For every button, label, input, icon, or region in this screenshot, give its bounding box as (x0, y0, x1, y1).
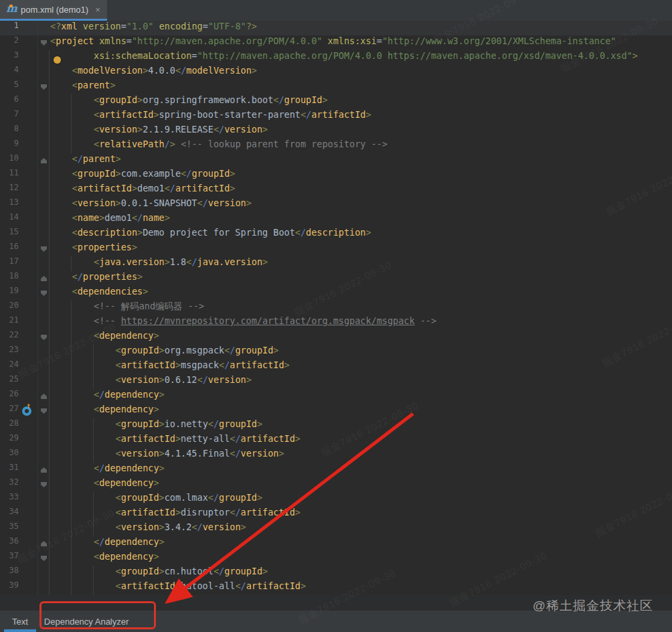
editor-tab-bar: m pom.xml (demo1) × (0, 0, 672, 21)
code-line[interactable]: 35 <version>3.4.2</version> (0, 522, 672, 536)
editor[interactable]: 1<?xml version="1.0" encoding="UTF-8"?>2… (0, 21, 672, 595)
code-line[interactable]: 1<?xml version="1.0" encoding="UTF-8"?> (0, 21, 672, 35)
code-line[interactable]: 17 <java.version>1.8</java.version> (0, 256, 672, 271)
fold-collapse-icon[interactable] (37, 286, 50, 301)
code-line[interactable]: 5 <parent> (0, 80, 672, 94)
code-line[interactable]: 3 xsi:schemaLocation="http://maven.apach… (0, 50, 672, 65)
line-number: 12 (0, 183, 19, 198)
code-text: <!-- https://mvnrepository.com/artifact/… (50, 315, 436, 330)
line-number: 29 (0, 433, 19, 448)
fold-collapse-icon[interactable] (37, 330, 50, 345)
code-text: <artifactId>netty-all</artifactId> (50, 433, 301, 448)
fold-expand-icon[interactable] (37, 463, 50, 477)
fold-expand-icon[interactable] (37, 536, 50, 551)
close-icon[interactable]: × (95, 5, 100, 15)
gutter-icon-space (19, 139, 37, 153)
code-line[interactable]: 18 </properties> (0, 271, 672, 286)
code-line[interactable]: 33 <groupId>com.lmax</groupId> (0, 492, 672, 507)
code-line[interactable]: 7 <artifactId>spring-boot-starter-parent… (0, 109, 672, 124)
line-number: 33 (0, 492, 19, 507)
code-line[interactable]: 16 <properties> (0, 242, 672, 256)
line-number: 23 (0, 345, 19, 360)
code-line[interactable]: 19 <dependencies> (0, 286, 672, 301)
gutter-fold-space (37, 198, 50, 212)
fold-collapse-icon[interactable] (37, 404, 50, 418)
bottom-tab-dependency-analyzer[interactable]: Dependency Analyzer (36, 611, 137, 632)
code-line[interactable]: 15 <description>Demo project for Spring … (0, 227, 672, 242)
line-number: 26 (0, 389, 19, 404)
gutter-icon-space (19, 212, 37, 227)
gutter-icon-space (19, 580, 37, 595)
gutter-icon-space (19, 256, 37, 271)
gutter-icon-space (19, 21, 37, 35)
fold-collapse-icon[interactable] (37, 551, 50, 566)
code-line[interactable]: 27↑ <dependency> (0, 404, 672, 418)
code-line[interactable]: 32 <dependency> (0, 477, 672, 492)
code-line[interactable]: 26 </dependency> (0, 389, 672, 404)
gutter-icon-space (19, 50, 37, 65)
line-number: 38 (0, 566, 19, 580)
intention-bulb-icon[interactable] (54, 56, 61, 64)
code-line[interactable]: 29 <artifactId>netty-all</artifactId> (0, 433, 672, 448)
code-text: </properties> (50, 271, 143, 286)
code-text: </dependency> (50, 389, 165, 404)
gutter-icon-space (19, 566, 37, 580)
code-line[interactable]: 14 <name>demo1</name> (0, 212, 672, 227)
gutter-icon-space (19, 242, 37, 256)
code-line[interactable]: 25 <version>0.6.12</version> (0, 374, 672, 389)
code-line[interactable]: 11 <groupId>com.example</groupId> (0, 168, 672, 183)
code-line[interactable]: 24 <artifactId>msgpack</artifactId> (0, 360, 672, 374)
code-line[interactable]: 30 <version>4.1.45.Final</version> (0, 448, 672, 463)
gutter-icon-space (19, 315, 37, 330)
gutter-fold-space (37, 65, 50, 80)
code-line[interactable]: 36 </dependency> (0, 536, 672, 551)
code-text: <project xmlns="http://maven.apache.org/… (50, 35, 616, 50)
indent-guide (93, 345, 94, 389)
code-line[interactable]: 10 </parent> (0, 153, 672, 168)
code-line[interactable]: 38 <groupId>cn.hutool</groupId> (0, 566, 672, 580)
code-line[interactable]: 8 <version>2.1.9.RELEASE</version> (0, 124, 672, 139)
code-line[interactable]: 23 <groupId>org.msgpack</groupId> (0, 345, 672, 360)
bottom-tab-label: Dependency Analyzer (44, 617, 129, 627)
code-line[interactable]: 2<project xmlns="http://maven.apache.org… (0, 35, 672, 50)
code-line[interactable]: 31 </dependency> (0, 463, 672, 477)
fold-collapse-icon[interactable] (37, 477, 50, 492)
code-line[interactable]: 20 <!-- 解码and编码器 --> (0, 301, 672, 315)
code-line[interactable]: 28 <groupId>io.netty</groupId> (0, 418, 672, 433)
fold-collapse-icon[interactable] (37, 80, 50, 94)
dependency-update-icon[interactable]: ↑ (19, 404, 37, 418)
code-text: <artifactId>disruptor</artifactId> (50, 507, 301, 522)
fold-collapse-icon[interactable] (37, 35, 50, 50)
code-text: <version>0.6.12</version> (50, 374, 252, 389)
gutter-fold-space (37, 109, 50, 124)
code-line[interactable]: 6 <groupId>org.springframework.boot</gro… (0, 94, 672, 109)
code-text: <version>0.0.1-SNAPSHOT</version> (50, 198, 252, 212)
gutter-fold-space (37, 345, 50, 360)
line-number: 37 (0, 551, 19, 566)
gutter-fold-space (37, 507, 50, 522)
code-line[interactable]: 9 <relativePath/> <!-- lookup parent fro… (0, 139, 672, 153)
code-line[interactable]: 37 <dependency> (0, 551, 672, 566)
code-line[interactable]: 22 <dependency> (0, 330, 672, 345)
code-text: </parent> (50, 153, 121, 168)
gutter-icon-space (19, 551, 37, 566)
code-line[interactable]: 21 <!-- https://mvnrepository.com/artifa… (0, 315, 672, 330)
bottom-tab-text[interactable]: Text (4, 611, 36, 632)
gutter-fold-space (37, 448, 50, 463)
editor-tab-pom[interactable]: m pom.xml (demo1) × (0, 0, 107, 21)
gutter-fold-space (37, 21, 50, 35)
code-line[interactable]: 13 <version>0.0.1-SNAPSHOT</version> (0, 198, 672, 212)
line-number: 11 (0, 168, 19, 183)
fold-expand-icon[interactable] (37, 153, 50, 168)
code-line[interactable]: 12 <artifactId>demo1</artifactId> (0, 183, 672, 198)
line-number: 28 (0, 418, 19, 433)
fold-expand-icon[interactable] (37, 271, 50, 286)
code-line[interactable]: 39 <artifactId>hutool-all</artifactId> (0, 580, 672, 595)
fold-expand-icon[interactable] (37, 389, 50, 404)
indent-guide (71, 301, 72, 595)
code-line[interactable]: 34 <artifactId>disruptor</artifactId> (0, 507, 672, 522)
line-number: 14 (0, 212, 19, 227)
code-line[interactable]: 4 <modelVersion>4.0.0</modelVersion> (0, 65, 672, 80)
line-number: 7 (0, 109, 19, 124)
fold-collapse-icon[interactable] (37, 242, 50, 256)
